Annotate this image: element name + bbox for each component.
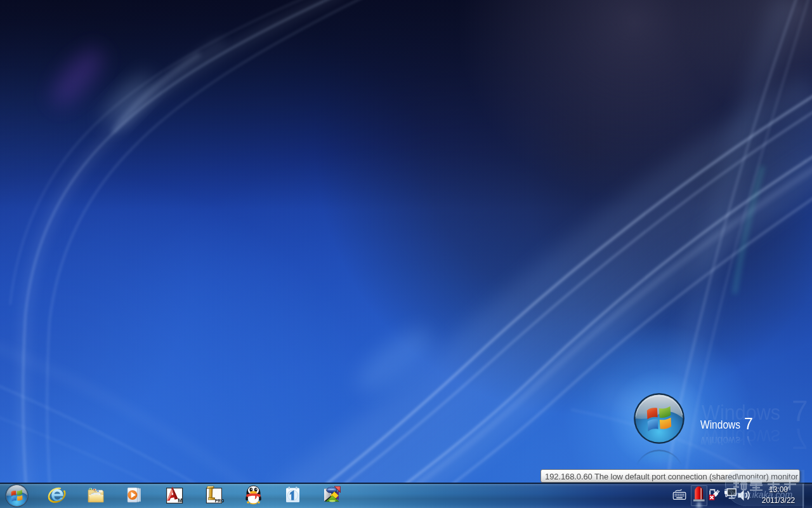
svg-text:M: M (178, 497, 182, 504)
svg-text:PRO: PRO (215, 498, 224, 503)
